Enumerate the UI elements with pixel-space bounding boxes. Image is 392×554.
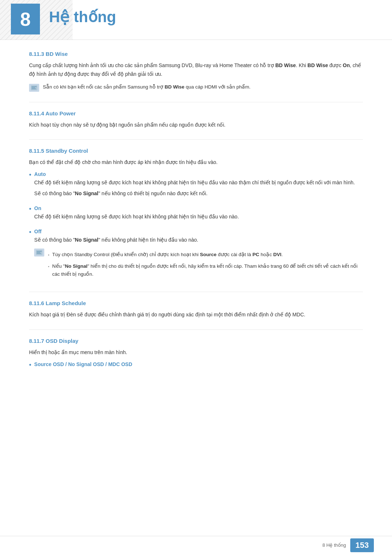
note-8-11-3: Sẵn có khi bạn kết nối các sản phẩm Sams… <box>29 83 363 92</box>
section-8-11-4: 8.11.4 Auto Power Kích hoạt tùy chọn này… <box>29 110 363 130</box>
heading-8-11-3: 8.11.3 BD Wise <box>29 51 363 57</box>
list-item-osd: • Source OSD / No Signal OSD / MDC OSD <box>29 361 363 369</box>
chapter-number-box: 8 <box>11 4 40 34</box>
desc-auto-2: Sẽ có thông báo "No Signal" nếu không có… <box>34 189 363 198</box>
section-8-11-3: 8.11.3 BD Wise Cung cấp chất lượng hình … <box>29 51 363 92</box>
bullet-content-auto: Auto Chế độ tiết kiệm năng lượng sẽ được… <box>34 171 363 200</box>
main-content: 8.11.3 BD Wise Cung cấp chất lượng hình … <box>0 51 392 403</box>
section-8-11-6: 8.11.6 Lamp Schedule Kích hoạt giá trị Đ… <box>29 300 363 319</box>
heading-8-11-4: 8.11.4 Auto Power <box>29 110 363 116</box>
sub-bullet-sq-2: ▪ <box>48 264 49 270</box>
para-8-11-3: Cung cấp chất lượng hình ảnh tối ưu cho … <box>29 61 363 79</box>
para-8-11-4: Kích hoạt tùy chọn này sẽ tự động bật ng… <box>29 121 363 130</box>
sub-note-icon <box>34 249 44 257</box>
svg-rect-6 <box>37 252 40 253</box>
desc-auto-1: Chế độ tiết kiệm năng lượng sẽ được kích… <box>34 178 363 187</box>
footer-text: 8 Hệ thống <box>322 542 346 548</box>
chapter-number: 8 <box>20 8 31 30</box>
divider-4 <box>29 329 363 330</box>
bullet-list-8-11-7: • Source OSD / No Signal OSD / MDC OSD <box>29 361 363 369</box>
divider-1 <box>29 102 363 102</box>
label-on: On <box>34 205 363 211</box>
section-8-11-5: 8.11.5 Standby Control Bạn có thể đặt ch… <box>29 148 363 282</box>
desc-on-1: Chế độ tiết kiệm năng lượng sẽ được kích… <box>34 213 363 221</box>
divider-3 <box>29 292 363 292</box>
label-auto: Auto <box>34 171 363 177</box>
para-8-11-7: Hiển thị hoặc ẩn mục menu trên màn hình. <box>29 348 363 357</box>
section-8-11-7: 8.11.7 OSD Display Hiển thị hoặc ẩn mục … <box>29 338 363 369</box>
sub-note-content: ▪ Tùy chọn Standby Control (Điều khiển c… <box>48 248 363 282</box>
sub-text-1: Tùy chọn Standby Control (Điều khiển chờ… <box>52 251 283 259</box>
bullet-list-8-11-5: • Auto Chế độ tiết kiệm năng lượng sẽ đư… <box>29 171 363 282</box>
list-item-on: • On Chế độ tiết kiệm năng lượng sẽ được… <box>29 205 363 223</box>
bullet-dot-osd: • <box>29 361 31 369</box>
sub-text-2: Nếu "No Signal" hiển thị cho dù thiết bị… <box>52 262 363 278</box>
heading-8-11-5: 8.11.5 Standby Control <box>29 148 363 154</box>
sub-list-item-1: ▪ Tùy chọn Standby Control (Điều khiển c… <box>48 251 363 259</box>
bullet-content-on: On Chế độ tiết kiệm năng lượng sẽ được k… <box>34 205 363 223</box>
para-8-11-6: Kích hoạt giá trị Đèn sẽ được điều chỉnh… <box>29 311 363 319</box>
divider-2 <box>29 139 363 140</box>
note-text-8-11-3: Sẵn có khi bạn kết nối các sản phẩm Sams… <box>43 83 250 91</box>
list-item-auto: • Auto Chế độ tiết kiệm năng lượng sẽ đư… <box>29 171 363 200</box>
page-header: 8 Hệ thống <box>0 0 392 40</box>
sub-bullet-sq-1: ▪ <box>48 252 49 258</box>
sub-bullet-list: ▪ Tùy chọn Standby Control (Điều khiển c… <box>48 251 363 278</box>
bullet-dot-auto: • <box>29 171 31 179</box>
svg-rect-1 <box>32 86 37 87</box>
sub-list-item-2: ▪ Nếu "No Signal" hiển thị cho dù thiết … <box>48 262 363 278</box>
footer-page-number: 153 <box>350 538 374 552</box>
label-osd: Source OSD / No Signal OSD / MDC OSD <box>34 361 363 367</box>
svg-rect-2 <box>32 87 35 88</box>
label-off: Off <box>34 229 363 234</box>
svg-rect-7 <box>37 253 41 254</box>
note-icon <box>29 84 39 92</box>
svg-rect-5 <box>37 251 42 252</box>
bullet-dot-on: • <box>29 205 31 213</box>
desc-off-1: Sẽ có thông báo "No Signal" nếu không ph… <box>34 236 363 245</box>
svg-rect-3 <box>32 89 36 89</box>
sub-note-off: ▪ Tùy chọn Standby Control (Điều khiển c… <box>34 248 363 282</box>
heading-8-11-7: 8.11.7 OSD Display <box>29 338 363 344</box>
heading-8-11-6: 8.11.6 Lamp Schedule <box>29 300 363 306</box>
list-item-off: • Off Sẽ có thông báo "No Signal" nếu kh… <box>29 229 363 282</box>
para-8-11-5: Bạn có thể đặt chế độ chờ cho màn hình đ… <box>29 158 363 167</box>
chapter-title: Hệ thống <box>49 8 116 26</box>
bullet-content-off: Off Sẽ có thông báo "No Signal" nếu khôn… <box>34 229 363 282</box>
bullet-dot-off: • <box>29 229 31 237</box>
bullet-content-osd: Source OSD / No Signal OSD / MDC OSD <box>34 361 363 369</box>
page-footer: 8 Hệ thống 153 <box>0 536 392 554</box>
